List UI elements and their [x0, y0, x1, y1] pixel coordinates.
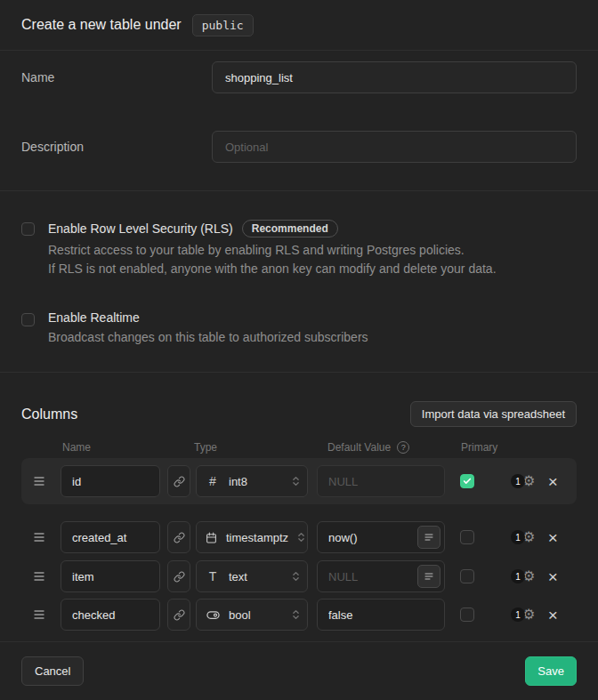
header-type: Type [194, 441, 327, 454]
column-name-input[interactable] [61, 599, 160, 631]
table-name-input[interactable] [212, 61, 577, 93]
column-type-select[interactable]: timestamptz [196, 521, 308, 553]
default-value-wrap [317, 521, 445, 553]
import-spreadsheet-button[interactable]: Import data via spreadsheet [410, 401, 577, 427]
foreign-key-link-icon[interactable] [167, 560, 190, 592]
header-default-value: Default Value ? [327, 441, 461, 454]
column-name-input[interactable] [61, 465, 160, 497]
settings-count-badge: 1 [511, 607, 525, 622]
delete-column-icon[interactable]: × [545, 568, 560, 585]
column-row-checked: bool 1 ⚙ × [21, 599, 577, 631]
rls-description: Restrict access to your table by enablin… [48, 241, 497, 278]
column-row-id: # int8 1 ⚙ × [21, 458, 577, 504]
settings-count-badge: 1 [511, 530, 525, 544]
column-settings-button[interactable]: 1 ⚙ [511, 569, 535, 583]
rls-description-line2: If RLS is not enabled, anyone with the a… [48, 260, 497, 278]
chevron-up-down-icon [292, 475, 300, 487]
calendar-icon [206, 532, 217, 543]
dialog-header: Create a new table under public [0, 0, 598, 51]
realtime-option: Enable Realtime Broadcast changes on thi… [21, 310, 577, 347]
primary-checkbox[interactable] [460, 607, 474, 622]
toggle-icon [206, 610, 220, 620]
text-type-icon: T [206, 569, 220, 583]
dialog-footer: Cancel Save [0, 642, 598, 699]
recommended-badge: Recommended [242, 220, 338, 237]
column-type-select[interactable]: # int8 [196, 465, 308, 497]
default-value-wrap [317, 560, 445, 592]
help-icon[interactable]: ? [397, 441, 409, 454]
chevron-up-down-icon [297, 531, 305, 543]
column-type-label: timestamptz [226, 531, 288, 544]
column-settings-button[interactable]: 1 ⚙ [511, 474, 535, 488]
foreign-key-link-icon[interactable] [167, 465, 190, 497]
default-value-wrap [317, 599, 445, 631]
schema-badge: public [192, 14, 254, 36]
realtime-label: Enable Realtime [48, 310, 140, 325]
header-name: Name [62, 441, 194, 454]
hash-icon: # [206, 474, 220, 488]
column-type-label: text [229, 570, 283, 583]
column-type-select[interactable]: T text [196, 560, 308, 592]
chevron-up-down-icon [292, 570, 300, 583]
rls-option-content: Enable Row Level Security (RLS) Recommen… [48, 220, 497, 278]
drag-handle-icon[interactable] [34, 610, 44, 619]
chevron-up-down-icon [292, 608, 300, 621]
column-headers: Name Type Default Value ? Primary [21, 441, 577, 454]
settings-count-badge: 1 [511, 474, 525, 488]
settings-count-badge: 1 [511, 569, 525, 583]
default-value-input[interactable] [317, 465, 445, 497]
primary-checkbox[interactable] [460, 474, 474, 488]
delete-column-icon[interactable]: × [545, 473, 560, 490]
column-row-item: T text 1 ⚙ × [21, 560, 577, 592]
table-description-input[interactable] [212, 131, 577, 163]
dialog-title: Create a new table under [21, 17, 182, 33]
rls-checkbox[interactable] [21, 222, 35, 236]
header-primary: Primary [461, 441, 497, 454]
rls-description-line1: Restrict access to your table by enablin… [48, 241, 497, 260]
column-settings-button[interactable]: 1 ⚙ [511, 530, 535, 544]
column-type-label: int8 [229, 475, 283, 488]
column-type-select[interactable]: bool [196, 599, 308, 631]
column-settings-button[interactable]: 1 ⚙ [511, 607, 535, 622]
header-default-value-label: Default Value [327, 441, 391, 454]
realtime-description: Broadcast changes on this table to autho… [48, 328, 368, 347]
primary-checkbox[interactable] [460, 530, 474, 544]
default-value-input[interactable] [317, 599, 445, 631]
foreign-key-link-icon[interactable] [167, 599, 190, 631]
drag-handle-icon[interactable] [34, 572, 44, 581]
save-button[interactable]: Save [525, 656, 577, 686]
column-name-input[interactable] [61, 521, 160, 553]
fields-section: Name Description [0, 51, 598, 191]
rls-option: Enable Row Level Security (RLS) Recommen… [21, 220, 577, 278]
default-suggestions-button[interactable] [417, 565, 440, 588]
column-row-created-at: timestamptz 1 ⚙ × [21, 521, 577, 553]
columns-section: Columns Import data via spreadsheet Name… [0, 373, 598, 642]
primary-checkbox[interactable] [460, 569, 474, 583]
rls-label: Enable Row Level Security (RLS) [48, 221, 233, 236]
realtime-option-content: Enable Realtime Broadcast changes on thi… [48, 310, 368, 347]
columns-title: Columns [21, 406, 77, 422]
column-name-input[interactable] [61, 560, 160, 592]
cancel-button[interactable]: Cancel [21, 656, 84, 686]
delete-column-icon[interactable]: × [545, 529, 560, 546]
column-type-label: bool [229, 608, 283, 622]
default-value-wrap [317, 465, 445, 497]
foreign-key-link-icon[interactable] [167, 521, 190, 553]
realtime-checkbox[interactable] [21, 313, 35, 326]
options-section: Enable Row Level Security (RLS) Recommen… [0, 191, 598, 373]
drag-handle-icon[interactable] [34, 477, 44, 486]
name-field-row: Name [21, 61, 577, 93]
drag-handle-icon[interactable] [34, 533, 44, 542]
realtime-label-row: Enable Realtime [48, 310, 368, 325]
delete-column-icon[interactable]: × [545, 607, 560, 624]
columns-head: Columns Import data via spreadsheet [21, 401, 577, 427]
rls-label-row: Enable Row Level Security (RLS) Recommen… [48, 220, 497, 237]
default-suggestions-button[interactable] [417, 526, 440, 549]
description-label: Description [21, 140, 212, 154]
name-label: Name [21, 70, 212, 84]
description-field-row: Description [21, 131, 577, 163]
